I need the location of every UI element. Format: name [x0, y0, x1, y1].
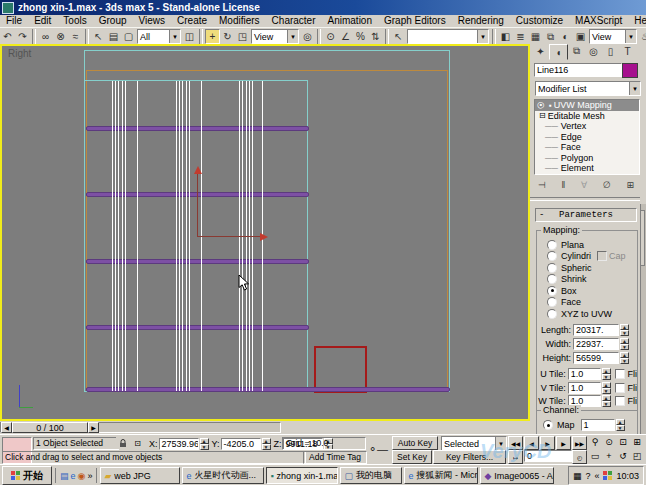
coord-y-field[interactable]: -4205.0 [221, 438, 261, 450]
stack-item-vertex[interactable]: ──Vertex [535, 121, 639, 132]
spinner[interactable]: ▲▼ [620, 324, 629, 336]
menu-character[interactable]: Character [266, 15, 322, 27]
object-color-swatch[interactable] [622, 63, 638, 78]
stack-item-editable-mesh[interactable]: ⊟Editable Mesh [535, 111, 639, 122]
height-field[interactable]: 56599. [573, 352, 619, 364]
select-by-name-icon[interactable]: ▤ [106, 29, 121, 44]
flip-checkbox[interactable] [615, 396, 625, 406]
time-slider-thumb[interactable]: 0 / 100 [12, 422, 88, 433]
task-button-2[interactable]: e火星时代动画... [182, 467, 264, 484]
flip-checkbox[interactable] [615, 383, 625, 393]
zoom-icon[interactable]: ⚲ [589, 436, 602, 448]
window-crossing-icon[interactable]: ◫ [182, 29, 197, 44]
render-scene-icon[interactable]: ▣ [573, 29, 588, 44]
select-and-move-icon[interactable]: + [205, 29, 220, 44]
viewport-right[interactable]: Right [0, 44, 530, 421]
named-selection-dropdown[interactable]: ▾ [407, 29, 489, 44]
mapping-option-face[interactable]: Face [547, 297, 637, 309]
redo-icon[interactable]: ↷ [15, 29, 30, 44]
map-channel-field[interactable]: 1 [581, 419, 615, 431]
next-frame-button[interactable]: ▶ [556, 436, 571, 450]
map-channel-spinner[interactable]: ▲▼ [616, 419, 625, 431]
edit-named-selections-icon[interactable]: ↖ [391, 29, 406, 44]
go-to-start-button[interactable]: ◀◀ [508, 436, 523, 450]
cap-checkbox[interactable] [597, 251, 607, 261]
menu-tools[interactable]: Tools [57, 15, 92, 27]
snap-toggle-icon[interactable]: ⊙ [323, 29, 338, 44]
reference-coordinate-dropdown[interactable]: View▾ [251, 29, 299, 44]
menu-customize[interactable]: Customize [510, 15, 569, 27]
render-type-dropdown[interactable]: View▾ [589, 29, 637, 44]
spinner[interactable]: ▲▼ [602, 395, 611, 407]
current-frame-field[interactable]: 0 [524, 450, 572, 462]
spinner[interactable]: ▲▼ [200, 438, 209, 450]
pin-stack-icon[interactable]: ⊣ [538, 180, 546, 190]
stack-item-uvw-mapping[interactable]: ⦿▪UVW Mapping [535, 100, 639, 111]
mirror-icon[interactable]: ◧ [498, 29, 513, 44]
selection-filter-dropdown[interactable]: All▾ [137, 29, 181, 44]
set-key-button[interactable]: Set Key [392, 450, 432, 464]
ie-quicklaunch-icon[interactable]: e [71, 471, 76, 481]
modifier-list-dropdown[interactable]: Modifier List ▾ [535, 81, 641, 96]
selection-set-dropdown[interactable]: Selected ▾ [441, 436, 507, 451]
percent-snap-icon[interactable]: % [353, 29, 368, 44]
map-channel-radio[interactable] [543, 420, 553, 430]
spinner-snap-icon[interactable]: ⇅ [368, 29, 383, 44]
previous-frame-button[interactable]: ◀ [524, 436, 539, 450]
mapping-option-plana[interactable]: Plana [547, 239, 637, 251]
menu-maxscript[interactable]: MAXScript [569, 15, 628, 27]
mapping-option-box[interactable]: Box [547, 285, 637, 297]
object-name-field[interactable]: Line116 [534, 63, 622, 77]
bind-to-space-warp-icon[interactable]: ≈ [68, 29, 83, 44]
selection-region-icon[interactable]: ▢ [121, 29, 136, 44]
configure-modifier-sets-icon[interactable]: ⊞ [626, 180, 634, 190]
time-slider-left-arrow[interactable]: ◀ [1, 422, 12, 433]
undo-icon[interactable]: ↶ [0, 29, 15, 44]
play-button[interactable]: ▶ [540, 436, 555, 450]
menu-edit[interactable]: Edit [28, 15, 57, 27]
tab-display-icon[interactable]: ▯ [602, 44, 619, 58]
region-zoom-icon[interactable]: ▭ [589, 450, 602, 462]
panel-scrollbar-thumb[interactable] [640, 210, 645, 266]
tray-chevron-icon[interactable]: « [594, 471, 599, 481]
tab-motion-icon[interactable]: ◎ [585, 44, 602, 58]
spinner[interactable]: ▲▼ [262, 438, 271, 450]
stack-item-element[interactable]: ──Element [535, 163, 639, 174]
task-button-3[interactable]: ▪zhong xin-1.max... [266, 467, 338, 484]
spinner[interactable]: ▲▼ [620, 352, 629, 364]
menu-modifiers[interactable]: Modifiers [213, 15, 266, 27]
tab-hierarchy-icon[interactable]: ⧉ [568, 44, 585, 58]
mapping-option-xyz-to-uvw[interactable]: XYZ to UVW [547, 308, 637, 320]
arc-rotate-icon[interactable]: ↺ [617, 450, 630, 462]
key-filters-button[interactable]: Key Filters... [433, 450, 506, 464]
flip-checkbox[interactable] [615, 369, 625, 379]
use-pivot-point-icon[interactable]: ◎ [300, 29, 315, 44]
utile-field[interactable]: 1.0 [568, 368, 601, 380]
material-editor-icon[interactable]: ◐ [558, 29, 573, 44]
coord-x-field[interactable]: 27539.96 [159, 438, 199, 450]
select-and-rotate-icon[interactable]: ↻ [220, 29, 235, 44]
keyboard-override-icon[interactable]: ⚬— [367, 437, 389, 462]
printer-icon[interactable]: ▦ [573, 471, 582, 481]
menu-views[interactable]: Views [133, 15, 172, 27]
schematic-view-icon[interactable]: ⧉ [543, 29, 558, 44]
menu-help[interactable]: Help [628, 15, 646, 27]
menu-rendering[interactable]: Rendering [452, 15, 510, 27]
quicklaunch-more-icon[interactable]: » [87, 471, 92, 481]
angle-snap-icon[interactable]: ∠ [338, 29, 353, 44]
media-player-icon[interactable]: ◉ [78, 471, 86, 481]
zoom-all-icon[interactable]: ⊙ [603, 436, 616, 448]
show-end-result-icon[interactable]: ‖ [562, 180, 566, 190]
mapping-option-spheric[interactable]: Spheric [547, 262, 637, 274]
width-field[interactable]: 22937. [573, 338, 619, 350]
mapping-option-shrink[interactable]: Shrink [547, 274, 637, 286]
spinner[interactable]: ▲▼ [602, 368, 611, 380]
tab-create-icon[interactable]: ✦ [532, 44, 549, 58]
add-time-tag[interactable]: Add Time Tag [303, 451, 367, 464]
menu-graph-editors[interactable]: Graph Editors [378, 15, 452, 27]
length-field[interactable]: 20317. [573, 324, 619, 336]
parameters-rollout-header[interactable]: - Parameters [535, 208, 637, 222]
tray-windows-icon[interactable] [603, 471, 612, 480]
select-object-icon[interactable]: ↖ [91, 29, 106, 44]
auto-key-button[interactable]: Auto Key [392, 436, 438, 450]
